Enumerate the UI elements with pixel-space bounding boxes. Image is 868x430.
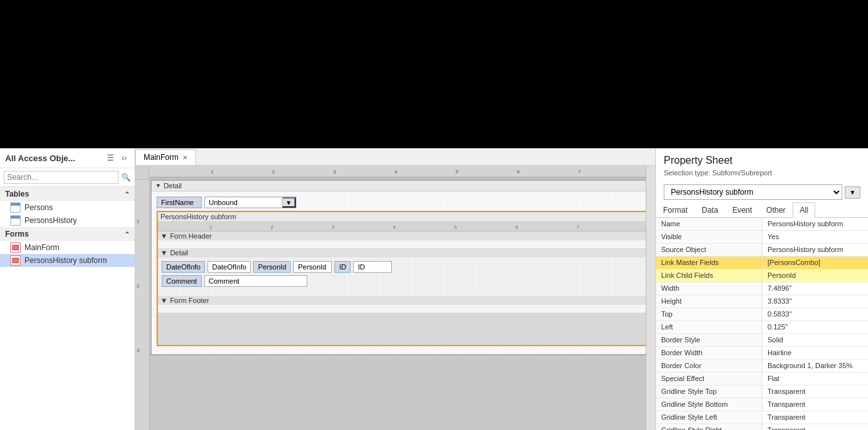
- canvas-scroll: ▼ Detail FirstName Unbound: [149, 180, 646, 355]
- form-footer-label: ▼ Form Footer: [158, 296, 646, 305]
- prop-value-border-width: Hairline: [762, 347, 868, 359]
- prop-value-gl-style-left: Transparent: [762, 411, 868, 424]
- prop-tab-other[interactable]: Other: [759, 202, 793, 217]
- firstname-label: FirstName: [157, 197, 202, 208]
- dateofinfo-label: DateOfInfo: [162, 261, 205, 273]
- svg-text:4: 4: [393, 225, 396, 230]
- firstname-combo[interactable]: Unbound ▼: [204, 197, 296, 208]
- id-field[interactable]: ID: [353, 261, 392, 273]
- form-icon-mainform: [10, 242, 21, 253]
- prop-row-link-master: Link Master Fields [PersonsCombo]: [656, 257, 868, 269]
- app-area: All Access Obje... ☰ ‹› 🔍 Tables ⌃ Perso…: [0, 148, 868, 430]
- tables-chevron-icon: ⌃: [124, 191, 130, 198]
- property-tabs: Format Data Event Other All: [656, 202, 868, 218]
- prop-row-border-width: Border Width Hairline: [656, 347, 868, 360]
- subform-header-label: PersonsHistory subform: [158, 212, 646, 221]
- tab-mainform[interactable]: MainForm ✕: [135, 150, 196, 165]
- sidebar-collapse-icon[interactable]: ‹›: [119, 152, 130, 164]
- sidebar-item-persons[interactable]: Persons: [0, 201, 135, 214]
- tab-bar: MainForm ✕: [135, 148, 655, 166]
- vertical-scrollbar[interactable]: [646, 166, 655, 430]
- property-object-dropdown[interactable]: PersonsHistory subform: [664, 184, 842, 200]
- svg-text:6: 6: [516, 225, 518, 230]
- table-icon-persons: [10, 202, 21, 213]
- prop-value-link-master: [PersonsCombo]: [762, 257, 868, 269]
- subform-empty-area: [158, 313, 646, 345]
- prop-value-gl-style-top: Transparent: [762, 386, 868, 398]
- prop-value-border-style: Solid: [762, 334, 868, 346]
- tables-section-header[interactable]: Tables ⌃: [0, 187, 135, 201]
- comment-label: Comment: [162, 275, 202, 287]
- property-table: Name PersonsHistory subform Visible Yes …: [656, 218, 868, 430]
- prop-row-border-color: Border Color Background 1, Darker 35%: [656, 360, 868, 373]
- svg-text:1: 1: [209, 225, 212, 230]
- prop-tab-event[interactable]: Event: [725, 202, 759, 217]
- firstname-dropdown-btn[interactable]: ▼: [282, 197, 296, 208]
- form-header-section: [158, 240, 646, 248]
- prop-row-width: Width 7.4896": [656, 282, 868, 295]
- id-label: ID: [334, 261, 351, 273]
- prop-tab-data[interactable]: Data: [695, 202, 725, 217]
- comment-field[interactable]: Comment: [204, 275, 307, 287]
- tab-mainform-close-icon[interactable]: ✕: [182, 154, 188, 161]
- subform-detail-section: DateOfInfo DateOfInfo PersonId PersonId …: [158, 257, 646, 296]
- canvas-area[interactable]: ▼ Detail FirstName Unbound: [149, 179, 646, 430]
- form-header-label: ▼ Form Header: [158, 231, 646, 240]
- prop-name-border-width: Border Width: [656, 347, 762, 359]
- prop-value-name: PersonsHistory subform: [762, 218, 868, 230]
- inner-ruler-svg: . 1 2 3 4 5 6 7: [158, 221, 609, 231]
- svg-text:5: 5: [456, 169, 459, 175]
- svg-text:5: 5: [454, 225, 457, 230]
- prop-value-link-child: PersonId: [762, 269, 868, 282]
- detail-label: Detail: [164, 182, 182, 190]
- prop-name-link-child: Link Child Fields: [656, 269, 762, 282]
- svg-text:6: 6: [517, 169, 520, 175]
- sidebar-item-personshistory[interactable]: PersonsHistory: [0, 214, 135, 227]
- prop-name-gl-style-right: Gridline Style Right: [656, 424, 762, 430]
- sidebar-item-personshistory-subform[interactable]: PersonsHistory subform: [0, 254, 135, 267]
- prop-row-name: Name PersonsHistory subform: [656, 218, 868, 231]
- property-sheet-subtitle: Selection type: Subform/Subreport: [656, 169, 868, 182]
- sidebar-item-mainform[interactable]: MainForm: [0, 241, 135, 254]
- forms-section-header[interactable]: Forms ⌃: [0, 227, 135, 241]
- prop-row-gl-style-top: Gridline Style Top Transparent: [656, 386, 868, 398]
- property-dropdown-btn[interactable]: ▼: [845, 186, 860, 199]
- form-canvas: ▼ Detail FirstName Unbound: [151, 180, 646, 355]
- prop-name-name: Name: [656, 218, 762, 230]
- subform-detail-arrow: ▼: [160, 249, 168, 257]
- svg-text:7: 7: [578, 169, 581, 175]
- prop-value-border-color: Background 1, Darker 35%: [762, 360, 868, 372]
- personid-field[interactable]: PersonId: [293, 261, 332, 273]
- tab-mainform-label: MainForm: [144, 153, 178, 162]
- property-dropdown-row: PersonsHistory subform ▼: [656, 182, 868, 202]
- prop-tab-all[interactable]: All: [793, 202, 815, 218]
- prop-value-gl-style-right: Transparent: [762, 424, 868, 430]
- form-icon-personshistory-subform: [10, 255, 21, 266]
- search-input[interactable]: [4, 171, 119, 184]
- form-header-arrow: ▼: [160, 232, 168, 240]
- prop-name-link-master: Link Master Fields: [656, 257, 762, 269]
- prop-value-height: 3.8333": [762, 295, 868, 308]
- prop-row-link-child: Link Child Fields PersonId: [656, 269, 868, 282]
- prop-name-width: Width: [656, 282, 762, 295]
- subform-row-2: Comment Comment: [162, 275, 646, 287]
- svg-text:7: 7: [577, 225, 579, 230]
- firstname-row: FirstName Unbound ▼: [157, 197, 646, 208]
- prop-row-special-effect: Special Effect Flat: [656, 373, 868, 386]
- prop-name-source-object: Source Object: [656, 244, 762, 256]
- property-sheet-title: Property Sheet: [656, 148, 868, 169]
- dateofinfo-field[interactable]: DateOfInfo: [207, 261, 251, 273]
- detail-section-header[interactable]: ▼ Detail: [151, 181, 646, 191]
- sidebar-title: All Access Obje...: [5, 153, 75, 163]
- search-button[interactable]: 🔍: [121, 173, 131, 182]
- prop-value-source-object: PersonsHistory subform: [762, 244, 868, 256]
- ruler-svg: . 1 2 3 4 5 6 7: [149, 166, 646, 179]
- form-designer: 1 2 3 . 1 2 3 4: [135, 166, 655, 430]
- prop-tab-format[interactable]: Format: [656, 202, 695, 217]
- prop-value-gl-style-bottom: Transparent: [762, 398, 868, 411]
- detail-section: FirstName Unbound ▼ PersonsHistory s: [151, 191, 646, 355]
- svg-text:.: .: [153, 169, 154, 175]
- sidebar-search-icon[interactable]: ☰: [104, 152, 117, 164]
- tables-section-label: Tables: [5, 190, 29, 199]
- sidebar: All Access Obje... ☰ ‹› 🔍 Tables ⌃ Perso…: [0, 148, 135, 430]
